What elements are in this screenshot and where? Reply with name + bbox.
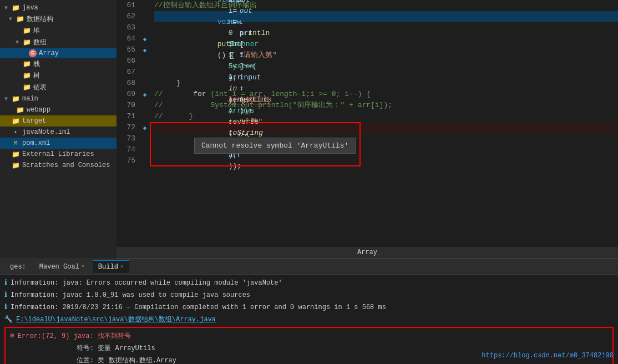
tab-build-label: Build bbox=[98, 263, 118, 271]
arrow-linkedlist bbox=[16, 84, 19, 90]
info-icon-2: ℹ bbox=[4, 290, 7, 301]
sidebar-label-webapp: webapp bbox=[27, 106, 50, 114]
linenum-73: 73 bbox=[116, 133, 135, 144]
gutter-70 bbox=[140, 100, 150, 111]
error-text-3: 位置: 类 数据结构.数组.Array bbox=[77, 355, 176, 364]
java-icon-array: C bbox=[29, 49, 37, 57]
arrow-ds: ▼ bbox=[9, 16, 12, 22]
tab-maven[interactable]: Maven Goal × bbox=[34, 261, 90, 273]
sidebar-item-external[interactable]: 📁 External Libraries bbox=[0, 149, 116, 160]
info-icon-1: ℹ bbox=[4, 277, 7, 289]
folder-icon-target: 📁 bbox=[11, 117, 20, 125]
arrow-stack bbox=[16, 61, 19, 67]
arrow-java: ▼ bbox=[4, 5, 8, 11]
error-line-1: ⊗ Error:(72, 9) java: 找不到符号 bbox=[10, 330, 608, 342]
sidebar-label-linkedlist: 链表 bbox=[33, 83, 47, 92]
tab-build-close[interactable]: × bbox=[120, 264, 124, 270]
linenum-69: 69 bbox=[116, 89, 135, 100]
iml-icon-javanote: ▪ bbox=[11, 128, 20, 136]
tab-ges[interactable]: ges: bbox=[4, 261, 32, 273]
bottom-panel: ges: Maven Goal × Build × ℹ Information:… bbox=[0, 259, 618, 364]
gutter-67 bbox=[140, 67, 150, 78]
sidebar-item-linkedlist[interactable]: 📁 链表 bbox=[0, 82, 116, 93]
gutter-61 bbox=[140, 0, 150, 11]
gutter-64: ◆ bbox=[140, 33, 150, 44]
sidebar: ▼ 📁 java ▼ 📁 数据结构 📁 堆 ▼ 📁 数组 C Array bbox=[0, 0, 116, 259]
gutter-63 bbox=[140, 22, 150, 33]
gutter-74 bbox=[140, 144, 150, 155]
bottom-right-link[interactable]: https://blog.csdn.net/m0_37482190 bbox=[482, 352, 614, 360]
gutter-72: ◆ bbox=[140, 122, 150, 133]
arrow-array-java bbox=[22, 50, 26, 57]
info-icon-3: ℹ bbox=[4, 302, 7, 313]
tab-build[interactable]: Build × bbox=[93, 260, 129, 273]
log-text-1: Information: java: Errors occurred while… bbox=[11, 277, 282, 289]
build-icon: 🔧 bbox=[4, 314, 13, 325]
sidebar-label-pom: pom.xml bbox=[22, 139, 50, 147]
sidebar-item-main[interactable]: ▼ 📁 main bbox=[0, 93, 116, 104]
log-line-2: ℹ Information: javac 1.8.0_91 was used t… bbox=[4, 289, 614, 301]
error-text-1: Error:(72, 9) java: 找不到符号 bbox=[18, 331, 131, 342]
error-text-2: 符号: 变量 ArrayUtils bbox=[77, 343, 155, 354]
arrow-webapp bbox=[9, 107, 12, 113]
gutter-65: ◆ bbox=[140, 44, 150, 55]
xml-icon-pom: M bbox=[11, 139, 20, 148]
sidebar-label-tree: 树 bbox=[33, 71, 40, 80]
tab-maven-label: Maven Goal bbox=[39, 263, 79, 271]
sidebar-item-javanote[interactable]: ▪ javaNote.iml bbox=[0, 127, 116, 138]
tab-maven-close[interactable]: × bbox=[82, 264, 85, 270]
error-tooltip: Cannot resolve symbol 'ArrayUtils' bbox=[194, 138, 356, 154]
breadcrumb-text: Array bbox=[357, 249, 377, 256]
log-line-3: ℹ Information: 2019/8/23 21:16 – Compila… bbox=[4, 301, 614, 314]
folder-icon-scratches: 📁 bbox=[11, 161, 20, 170]
folder-icon-webapp: 📁 bbox=[16, 105, 24, 114]
sidebar-item-heap[interactable]: 📁 堆 bbox=[0, 25, 116, 37]
linenum-71: 71 bbox=[116, 111, 135, 122]
log-text-3: Information: 2019/8/23 21:16 – Compilati… bbox=[11, 302, 386, 313]
arrow-scratches bbox=[4, 163, 8, 169]
sidebar-item-array-java[interactable]: C Array bbox=[0, 48, 116, 58]
arrow-external bbox=[4, 151, 8, 158]
sidebar-item-datastructure[interactable]: ▼ 📁 数据结构 bbox=[0, 13, 116, 25]
linenum-72: 72 bbox=[116, 122, 135, 133]
sidebar-label-java: java bbox=[22, 4, 38, 12]
gutter-75 bbox=[140, 155, 150, 166]
sidebar-label-javanote: javaNote.iml bbox=[22, 128, 70, 136]
gutter-66 bbox=[140, 55, 150, 67]
sidebar-item-array-folder[interactable]: ▼ 📁 数组 bbox=[0, 37, 116, 48]
linenum-75: 75 bbox=[116, 155, 135, 166]
sidebar-item-stack[interactable]: 📁 栈 bbox=[0, 58, 116, 70]
code-area[interactable]: //控制台输入数组并且倒序输出 public static void putIn… bbox=[150, 0, 618, 247]
sidebar-item-java[interactable]: ▼ 📁 java bbox=[0, 2, 116, 13]
folder-icon-heap: 📁 bbox=[22, 27, 31, 36]
linenum-61: 61 bbox=[116, 0, 135, 11]
code-line-75 bbox=[154, 155, 618, 166]
editor-content: 61 62 63 64 65 66 67 68 69 70 71 72 73 7… bbox=[116, 0, 618, 247]
folder-icon-array: 📁 bbox=[22, 38, 31, 47]
sidebar-item-webapp[interactable]: 📁 webapp bbox=[0, 104, 116, 115]
linenum-67: 67 bbox=[116, 67, 135, 78]
sidebar-label-ds: 数据结构 bbox=[27, 14, 53, 24]
tooltip-text: Cannot resolve symbol 'ArrayUtils' bbox=[201, 141, 348, 150]
sidebar-item-pom[interactable]: M pom.xml bbox=[0, 138, 116, 149]
sidebar-label-scratches: Scratches and Consoles bbox=[22, 161, 110, 169]
linenum-62: 62 bbox=[116, 11, 135, 22]
panel-tabs: ges: Maven Goal × Build × bbox=[0, 259, 618, 275]
sidebar-item-scratches[interactable]: 📁 Scratches and Consoles bbox=[0, 160, 116, 171]
file-link[interactable]: F:\idealU\javaNote\src\java\数据结构\数组\Arra… bbox=[16, 314, 216, 325]
line-numbers: 61 62 63 64 65 66 67 68 69 70 71 72 73 7… bbox=[116, 0, 140, 247]
log-line-1: ℹ Information: java: Errors occurred whi… bbox=[4, 277, 614, 289]
sidebar-label-target: target bbox=[22, 117, 46, 125]
folder-icon-tree: 📁 bbox=[22, 72, 31, 80]
gutter-markers: ◆ ◆ ◆ ◆ bbox=[140, 0, 150, 247]
main-area: ▼ 📁 java ▼ 📁 数据结构 📁 堆 ▼ 📁 数组 C Array bbox=[0, 0, 618, 259]
linenum-65: 65 bbox=[116, 44, 135, 55]
linenum-63: 63 bbox=[116, 22, 135, 33]
sidebar-item-target[interactable]: 📁 target bbox=[0, 115, 116, 127]
gutter-68 bbox=[140, 78, 150, 89]
editor-area: 61 62 63 64 65 66 67 68 69 70 71 72 73 7… bbox=[116, 0, 618, 259]
folder-icon-ds: 📁 bbox=[16, 15, 24, 24]
sidebar-item-tree[interactable]: 📁 树 bbox=[0, 70, 116, 82]
linenum-74: 74 bbox=[116, 144, 135, 155]
sidebar-label-array-java: Array bbox=[39, 49, 59, 57]
